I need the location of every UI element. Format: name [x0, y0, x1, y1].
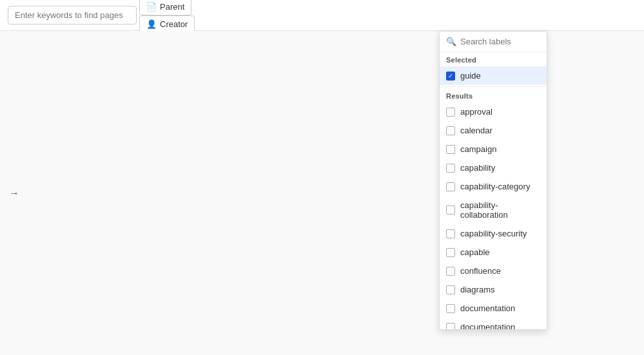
keyword-search-wrap: [8, 6, 137, 24]
result-item-capability[interactable]: capability: [440, 158, 547, 177]
selected-item-guide[interactable]: guide: [440, 66, 547, 85]
checkbox-approval[interactable]: [446, 108, 455, 117]
label-documentation2: documentation: [460, 322, 515, 329]
checkbox-guide[interactable]: [446, 72, 455, 81]
labels-dropdown: 🔍 Selected guide Results approvalcalenda…: [439, 31, 547, 330]
checkbox-campaign[interactable]: [446, 145, 455, 154]
result-item-capability-collaboration[interactable]: capability-collaboration: [440, 196, 547, 224]
creator-filter-icon: 👤: [146, 19, 157, 29]
label-campaign: campaign: [460, 144, 496, 154]
selected-section-label: Selected: [440, 52, 547, 66]
result-item-capability-security[interactable]: capability-security: [440, 224, 547, 243]
checkbox-capability[interactable]: [446, 164, 455, 173]
filter-bar: 🗂Spaces👥Contributors@Mention📄Parent👤Crea…: [0, 0, 644, 31]
main-content: → 🔍 Selected guide Results approvalcalen…: [0, 31, 644, 355]
result-item-capability-category[interactable]: capability-category: [440, 177, 547, 196]
checkbox-calendar[interactable]: [446, 126, 455, 135]
checkbox-capability-category[interactable]: [446, 182, 455, 191]
result-item-documentation[interactable]: documentation: [440, 299, 547, 318]
label-capability-collaboration: capability-collaboration: [460, 200, 540, 220]
result-items: approvalcalendarcampaigncapabilitycapabi…: [440, 102, 547, 329]
selected-items: guide: [440, 66, 547, 85]
result-item-calendar[interactable]: calendar: [440, 121, 547, 140]
collapse-sidebar-icon[interactable]: →: [6, 186, 22, 201]
label-approval: approval: [460, 107, 493, 117]
result-item-confluence[interactable]: confluence: [440, 262, 547, 280]
label-capability: capability: [460, 163, 495, 173]
label-calendar: calendar: [460, 126, 493, 135]
parent-filter-icon: 📄: [146, 2, 157, 12]
checkbox-capability-collaboration[interactable]: [446, 206, 455, 215]
filter-btn-creator[interactable]: 👤Creator: [139, 15, 195, 33]
result-item-campaign[interactable]: campaign: [440, 140, 547, 158]
result-item-diagrams[interactable]: diagrams: [440, 280, 547, 299]
label-diagrams: diagrams: [460, 285, 494, 294]
label-guide: guide: [460, 71, 481, 81]
dropdown-list: Selected guide Results approvalcalendarc…: [440, 52, 547, 329]
checkbox-capability-security[interactable]: [446, 229, 455, 238]
search-icon: 🔍: [446, 37, 456, 46]
creator-filter-label: Creator: [160, 19, 188, 29]
dropdown-search-bar: 🔍: [440, 32, 547, 52]
result-item-capable[interactable]: capable: [440, 243, 547, 262]
label-confluence: confluence: [460, 266, 501, 276]
section-divider: [440, 86, 547, 87]
result-item-documentation2[interactable]: documentation: [440, 318, 547, 329]
labels-search-input[interactable]: [460, 37, 540, 46]
label-capable: capable: [460, 247, 490, 257]
keyword-search-input[interactable]: [8, 6, 137, 24]
result-item-approval[interactable]: approval: [440, 102, 547, 121]
checkbox-diagrams[interactable]: [446, 285, 455, 294]
results-section-label: Results: [440, 88, 547, 102]
label-capability-security: capability-security: [460, 229, 527, 238]
checkbox-documentation2[interactable]: [446, 323, 455, 330]
label-documentation: documentation: [460, 303, 515, 313]
checkbox-documentation[interactable]: [446, 304, 455, 313]
filter-btn-parent[interactable]: 📄Parent: [139, 0, 191, 15]
parent-filter-label: Parent: [160, 2, 184, 12]
checkbox-confluence[interactable]: [446, 267, 455, 276]
checkbox-capable[interactable]: [446, 248, 455, 257]
label-capability-category: capability-category: [460, 182, 530, 191]
